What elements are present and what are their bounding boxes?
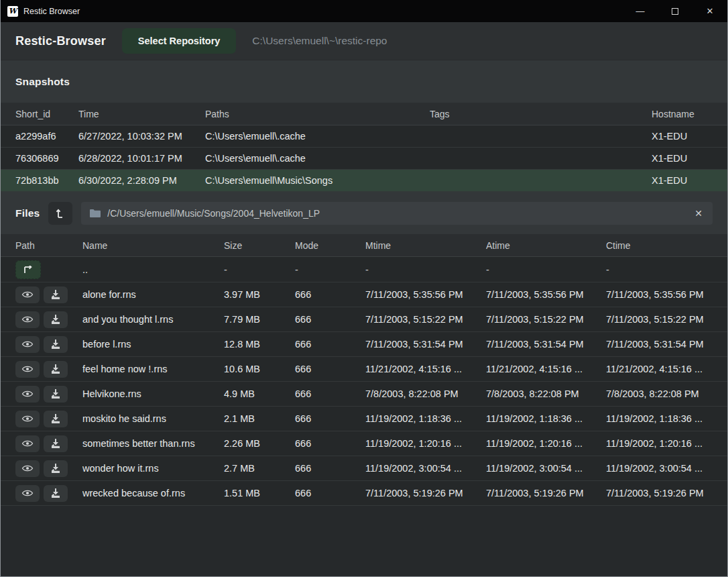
preview-file-button[interactable] — [15, 411, 40, 427]
file-ctime: 7/11/2003, 5:19:26 PM — [606, 488, 713, 499]
minimize-icon: — — [636, 6, 645, 16]
eye-icon — [21, 365, 34, 373]
files-path-breadcrumb[interactable]: /C/Users/emuell/Music/Songs/2004_Helveti… — [81, 202, 713, 225]
files-col-size: Size — [224, 240, 295, 251]
parent-directory-row[interactable]: .. - - - - - — [1, 257, 727, 282]
snapshots-table-header: Short_id Time Paths Tags Hostname — [1, 103, 727, 125]
snapshots-col-hostname: Hostname — [652, 109, 713, 119]
preview-file-button[interactable] — [15, 286, 40, 303]
file-atime: 11/19/2002, 3:00:54 ... — [486, 463, 606, 474]
file-name: and you thought l.rns — [82, 314, 224, 325]
file-mtime: 7/11/2003, 5:31:54 PM — [365, 339, 486, 350]
file-name: alone for.rns — [82, 289, 224, 300]
snapshot-time: 6/30/2022, 2:28:09 PM — [78, 175, 205, 186]
close-button[interactable]: ✕ — [692, 0, 727, 22]
file-mode: 666 — [295, 488, 365, 499]
download-file-button[interactable] — [44, 411, 68, 427]
files-col-atime: Atime — [486, 240, 606, 251]
files-table-body: alone for.rns 3.97 MB 666 7/11/2003, 5:3… — [1, 282, 727, 506]
eye-icon — [21, 315, 34, 323]
up-directory-button[interactable] — [48, 202, 72, 225]
file-atime: 7/11/2003, 5:31:54 PM — [486, 339, 606, 350]
eye-icon — [21, 439, 34, 448]
file-size: 2.7 MB — [224, 463, 295, 474]
repository-path: C:\Users\emuell\~\restic-repo — [252, 35, 387, 47]
file-name: sometimes better than.rns — [82, 438, 224, 449]
download-file-button[interactable] — [44, 361, 68, 378]
file-mtime: 7/11/2003, 5:35:56 PM — [365, 289, 486, 300]
snapshot-row[interactable]: 76306869 6/28/2022, 10:01:17 PM C:\Users… — [1, 148, 727, 170]
file-size: 3.97 MB — [224, 289, 295, 300]
file-mode: 666 — [295, 438, 365, 449]
preview-file-button[interactable] — [15, 435, 40, 452]
file-size: 12.8 MB — [224, 339, 295, 350]
parent-directory-icon — [23, 266, 34, 274]
maximize-icon — [672, 8, 678, 15]
file-atime: 11/19/2002, 1:20:16 ... — [486, 438, 606, 449]
download-file-button[interactable] — [44, 435, 68, 452]
snapshot-short-id: 76306869 — [15, 153, 78, 164]
snapshot-row[interactable]: 72b813bb 6/30/2022, 2:28:09 PM C:\Users\… — [1, 170, 727, 192]
download-file-button[interactable] — [44, 286, 68, 303]
download-icon — [51, 414, 60, 423]
file-atime: 7/11/2003, 5:15:22 PM — [486, 314, 606, 325]
file-name: moskito he said.rns — [82, 413, 224, 424]
app-window: W Restic Browser — ✕ Restic-Browser Sele… — [0, 0, 728, 577]
snapshot-paths: C:\Users\emuell\Music\Songs — [205, 175, 430, 186]
file-ctime: 7/11/2003, 5:15:22 PM — [606, 314, 713, 325]
parent-row-atime: - — [486, 264, 606, 275]
files-col-path: Path — [15, 240, 82, 251]
download-file-button[interactable] — [44, 336, 68, 353]
file-mode: 666 — [295, 463, 365, 474]
file-row: and you thought l.rns 7.79 MB 666 7/11/2… — [1, 307, 727, 332]
download-file-button[interactable] — [44, 485, 68, 502]
content-background — [1, 506, 727, 576]
preview-file-button[interactable] — [15, 361, 40, 378]
parent-row-mode: - — [295, 264, 365, 275]
preview-file-button[interactable] — [15, 336, 40, 353]
parent-row-name: .. — [82, 264, 224, 275]
snapshots-col-short-id: Short_id — [15, 109, 78, 119]
preview-file-button[interactable] — [15, 460, 40, 477]
window-title: Restic Browser — [23, 7, 80, 16]
eye-icon — [21, 291, 34, 299]
snapshot-short-id: a2299af6 — [15, 131, 78, 142]
snapshot-row[interactable]: a2299af6 6/27/2022, 10:03:32 PM C:\Users… — [1, 125, 727, 148]
snapshot-hostname: X1-EDU — [652, 153, 713, 164]
download-file-button[interactable] — [44, 460, 68, 477]
download-file-button[interactable] — [44, 311, 68, 328]
snapshots-section-header: Snapshots — [1, 60, 727, 103]
preview-file-button[interactable] — [15, 386, 40, 403]
snapshot-hostname: X1-EDU — [652, 175, 713, 186]
go-parent-directory-button[interactable] — [15, 260, 41, 279]
file-row: before l.rns 12.8 MB 666 7/11/2003, 5:31… — [1, 332, 727, 357]
clear-path-button[interactable]: ✕ — [693, 208, 704, 219]
file-mtime: 11/19/2002, 1:18:36 ... — [365, 413, 486, 424]
file-name: before l.rns — [82, 339, 224, 350]
file-name: feel home now !.rns — [82, 364, 224, 374]
file-name: wrecked because of.rns — [82, 488, 224, 499]
snapshot-paths: C:\Users\emuell\.cache — [205, 153, 430, 164]
file-mode: 666 — [295, 339, 365, 350]
folder-icon — [90, 209, 101, 217]
files-col-ctime: Ctime — [606, 240, 713, 251]
files-title: Files — [15, 207, 40, 219]
select-repository-button[interactable]: Select Repository — [122, 28, 237, 54]
download-file-button[interactable] — [44, 386, 68, 403]
file-size: 2.26 MB — [224, 438, 295, 449]
files-col-name: Name — [82, 240, 224, 251]
file-mtime: 11/19/2002, 1:20:16 ... — [365, 438, 486, 449]
snapshot-short-id: 72b813bb — [15, 175, 78, 186]
minimize-button[interactable]: — — [623, 0, 658, 22]
file-mtime: 7/11/2003, 5:19:26 PM — [365, 488, 486, 499]
download-icon — [51, 364, 60, 374]
download-icon — [51, 290, 60, 299]
preview-file-button[interactable] — [15, 485, 40, 502]
file-mode: 666 — [295, 364, 365, 374]
files-table-header: Path Name Size Mode Mtime Atime Ctime — [1, 234, 727, 257]
file-size: 1.51 MB — [224, 488, 295, 499]
file-mode: 666 — [295, 413, 365, 424]
preview-file-button[interactable] — [15, 311, 40, 328]
maximize-button[interactable] — [658, 0, 692, 22]
file-mtime: 11/19/2002, 3:00:54 ... — [365, 463, 486, 474]
